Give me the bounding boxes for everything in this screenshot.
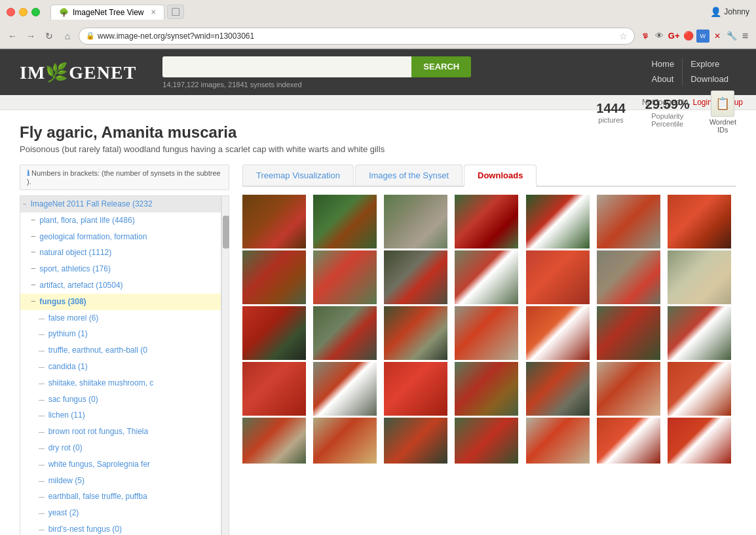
image-cell[interactable]	[313, 306, 377, 360]
tree-link-birds-nest[interactable]: bird's-nest fungus (0)	[48, 525, 122, 534]
ext-icon-4[interactable]: 🔴	[682, 30, 695, 43]
tree-link-fungus[interactable]: fungus (308)	[39, 297, 86, 306]
tree-link-mildew[interactable]: mildew (5)	[48, 476, 85, 485]
minimize-button[interactable]	[19, 8, 28, 16]
tree-link-dry-rot[interactable]: dry rot (0)	[48, 443, 83, 452]
tree-scrollbar[interactable]	[221, 195, 229, 535]
nav-about-link[interactable]: About	[651, 73, 674, 87]
image-cell[interactable]	[455, 306, 518, 360]
image-cell[interactable]	[668, 195, 731, 248]
new-tab-button[interactable]: ☐	[167, 5, 184, 19]
tree-link-geo[interactable]: geological formation, formation	[39, 232, 147, 241]
tree-item-natural[interactable]: − natural object (1112)	[20, 245, 221, 261]
tree-item-false-morel[interactable]: — false morel (6)	[20, 310, 221, 327]
nav-home-link[interactable]: Home	[651, 58, 674, 71]
tree-link-plant[interactable]: plant, flora, plant life (4486)	[39, 216, 134, 225]
browser-menu-button[interactable]: ≡	[740, 30, 751, 42]
back-button[interactable]: ←	[5, 29, 20, 43]
tree-item-plant[interactable]: − plant, flora, plant life (4486)	[20, 212, 221, 229]
nav-explore-link[interactable]: Explore	[690, 58, 728, 71]
tree-item-white-fungus[interactable]: — white fungus, Saprolegnia fer	[20, 456, 221, 473]
tree-container[interactable]: − ImageNet 2011 Fall Release (3232 − pla…	[20, 195, 221, 535]
image-cell[interactable]	[313, 418, 377, 464]
ext-icon-5[interactable]: W	[696, 30, 709, 43]
image-cell[interactable]	[384, 195, 447, 248]
image-cell[interactable]	[384, 362, 447, 416]
forward-button[interactable]: →	[24, 29, 38, 43]
tree-item-candida[interactable]: — candida (1)	[20, 359, 221, 375]
image-cell[interactable]	[455, 195, 518, 248]
maximize-button[interactable]	[31, 8, 40, 16]
tree-item-sport[interactable]: − sport, athletics (176)	[20, 261, 221, 277]
tree-item-brown-root[interactable]: — brown root rot fungus, Thiela	[20, 424, 221, 440]
ext-icon-7[interactable]: 🔧	[725, 30, 738, 43]
image-cell[interactable]	[313, 362, 377, 416]
image-cell[interactable]	[526, 418, 590, 464]
tree-link-false-morel[interactable]: false morel (6)	[48, 313, 99, 323]
tree-item-lichen[interactable]: — lichen (11)	[20, 407, 221, 424]
image-cell[interactable]	[242, 418, 306, 464]
image-cell[interactable]	[455, 362, 518, 416]
tree-item-mildew[interactable]: — mildew (5)	[20, 473, 221, 489]
image-cell[interactable]	[597, 362, 660, 416]
bookmark-star-icon[interactable]: ☆	[619, 31, 628, 41]
image-cell[interactable]	[242, 362, 306, 416]
tree-link-sport[interactable]: sport, athletics (176)	[39, 264, 111, 273]
image-cell[interactable]	[313, 195, 377, 248]
image-cell[interactable]	[597, 195, 660, 248]
image-cell[interactable]	[455, 250, 518, 304]
image-cell[interactable]	[384, 306, 447, 360]
tree-link-sac[interactable]: sac fungus (0)	[48, 395, 98, 404]
tree-item-pythium[interactable]: — pythium (1)	[20, 326, 221, 342]
search-input[interactable]	[162, 56, 411, 77]
image-cell[interactable]	[384, 250, 447, 304]
tab-close-icon[interactable]: ✕	[151, 9, 156, 16]
tree-toggle-icon[interactable]: −	[23, 201, 27, 208]
tree-link-pythium[interactable]: pythium (1)	[48, 329, 88, 338]
tree-item-dry-rot[interactable]: — dry rot (0)	[20, 440, 221, 456]
nav-download-link[interactable]: Download	[690, 73, 728, 87]
image-cell[interactable]	[668, 250, 731, 304]
tab-downloads[interactable]: Downloads	[464, 165, 537, 187]
browser-tab[interactable]: 🌳 ImageNet Tree View ✕	[50, 5, 164, 20]
tree-item-yeast[interactable]: — yeast (2)	[20, 505, 221, 521]
tree-item-geo[interactable]: − geological formation, formation	[20, 229, 221, 245]
tree-link-artifact[interactable]: artifact, artefact (10504)	[39, 281, 123, 290]
image-cell[interactable]	[242, 306, 306, 360]
ext-pinterest-icon[interactable]: 𝕻	[639, 30, 652, 43]
image-cell[interactable]	[526, 195, 590, 248]
tree-item-shiitake[interactable]: — shiitake, shiitake mushroom, c	[20, 375, 221, 391]
image-cell[interactable]	[455, 418, 518, 464]
image-cell[interactable]	[597, 306, 660, 360]
image-cell[interactable]	[668, 306, 731, 360]
tree-item-root[interactable]: − ImageNet 2011 Fall Release (3232	[20, 196, 221, 212]
tree-item-earthball[interactable]: — earthball, false truffle, puffba	[20, 488, 221, 505]
tree-link-natural[interactable]: natural object (1112)	[39, 248, 111, 257]
tree-item-fungus[interactable]: − fungus (308)	[20, 294, 221, 310]
image-cell[interactable]	[242, 250, 306, 304]
tree-item-artifact[interactable]: − artifact, artefact (10504)	[20, 277, 221, 294]
image-cell[interactable]	[242, 195, 306, 248]
tree-link-lichen[interactable]: lichen (11)	[48, 410, 85, 420]
ext-icon-2[interactable]: 👁	[653, 30, 666, 43]
tree-item-birds-nest[interactable]: — bird's-nest fungus (0)	[20, 521, 221, 535]
tree-link-candida[interactable]: candida (1)	[48, 362, 88, 371]
reload-button[interactable]: ↻	[42, 29, 56, 43]
image-cell[interactable]	[597, 418, 660, 464]
tree-link-brown-root[interactable]: brown root rot fungus, Thiela	[48, 427, 149, 436]
search-button[interactable]: SEARCH	[411, 56, 471, 77]
image-cell[interactable]	[668, 418, 731, 464]
tree-link-earthball[interactable]: earthball, false truffle, puffba	[48, 492, 147, 501]
image-cell[interactable]	[313, 250, 377, 304]
tab-images[interactable]: Images of the Synset	[355, 165, 463, 186]
home-button[interactable]: ⌂	[60, 29, 75, 43]
image-cell[interactable]	[668, 362, 731, 416]
tree-link[interactable]: ImageNet 2011 Fall Release (3232	[30, 199, 152, 208]
image-cell[interactable]	[526, 362, 590, 416]
tree-scrollbar-thumb[interactable]	[223, 216, 229, 248]
image-cell[interactable]	[384, 418, 447, 464]
ext-icon-3[interactable]: G+	[668, 30, 681, 43]
tree-link-white-fungus[interactable]: white fungus, Saprolegnia fer	[48, 460, 150, 469]
image-cell[interactable]	[526, 306, 590, 360]
address-bar[interactable]: 🔒 www.image-net.org/synset?wnid=n1300306…	[79, 28, 635, 45]
